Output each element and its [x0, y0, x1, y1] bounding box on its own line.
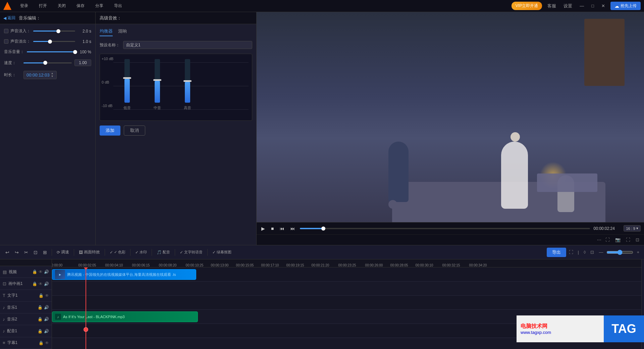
time-arrows[interactable]: ▲ ▼: [51, 72, 54, 78]
preset-input[interactable]: 自定义1: [123, 41, 252, 49]
fade-out-slider[interactable]: [33, 41, 75, 42]
speed-button[interactable]: ⟳ 调速: [55, 248, 71, 256]
menu-share[interactable]: 分享: [93, 2, 105, 10]
maximize-btn[interactable]: □: [589, 3, 596, 9]
back-button[interactable]: ◀ 返回: [3, 15, 15, 21]
progress-bar[interactable]: [300, 228, 590, 229]
fullscreen-icon[interactable]: ⛶: [625, 237, 632, 243]
aspect-ratio-btn[interactable]: 16 : 9 ▾: [624, 225, 641, 232]
cut-point-icon[interactable]: |: [577, 249, 580, 255]
effects-tabs: 均衡器 混响: [100, 28, 252, 36]
speed-slider[interactable]: [23, 62, 72, 63]
fade-in-checkbox[interactable]: [4, 29, 8, 33]
vip-button[interactable]: VIP立即开通: [512, 2, 542, 10]
menu-close[interactable]: 关闭: [56, 2, 68, 10]
clip-video[interactable]: ▶ 腾讯视频 - 中国领先的在线视频媒体平台,海量高清视频在线观看 .ts: [52, 269, 196, 280]
video-lock-icon[interactable]: 🔒: [32, 269, 37, 274]
snapshot-icon[interactable]: 📷: [614, 237, 622, 243]
audio-button[interactable]: 🎵 配音: [155, 248, 172, 256]
zoom-in-icon[interactable]: +: [635, 249, 641, 255]
music1-audio-icon[interactable]: 🔊: [44, 305, 49, 310]
music2-lock-icon[interactable]: 🔒: [38, 317, 43, 321]
subtitle1-lock-icon[interactable]: 🔒: [39, 341, 44, 345]
track-row-canvas1: [52, 282, 641, 296]
speed-input[interactable]: 1.00: [74, 59, 91, 66]
watermark: 电脑技术网 www.tagxp.com TAG: [517, 315, 644, 342]
video-eye-icon[interactable]: 👁: [39, 269, 43, 274]
eq-bar-low[interactable]: [124, 59, 130, 103]
text1-eye-icon[interactable]: 👁: [45, 293, 49, 298]
audio1-audio-icon[interactable]: 🔊: [44, 329, 49, 334]
eq-handle-high[interactable]: [183, 80, 192, 82]
cancel-button[interactable]: 取消: [124, 126, 145, 136]
add-button[interactable]: 添加: [100, 126, 120, 136]
time-down-arrow[interactable]: ▼: [51, 75, 54, 78]
fade-out-checkbox[interactable]: [4, 39, 8, 44]
minimize-btn[interactable]: —: [578, 3, 586, 9]
prev-frame-button[interactable]: ⏮: [278, 225, 286, 232]
close-btn[interactable]: ✕: [599, 3, 607, 9]
left-panel-header: ◀ 返回 音乐编辑：: [0, 12, 95, 24]
export-button[interactable]: 导出: [547, 248, 566, 257]
eq-handle-low[interactable]: [123, 77, 131, 79]
fit-screen-icon[interactable]: ⛶: [604, 237, 611, 243]
eq-handle-mid[interactable]: [153, 79, 161, 81]
volume-slider[interactable]: [27, 51, 75, 52]
more-options-btn[interactable]: ···: [597, 237, 601, 243]
screencap-button[interactable]: 🖼 画面特效: [77, 248, 102, 256]
cut-button[interactable]: ✂: [22, 248, 30, 256]
zoom-out-icon[interactable]: —: [597, 249, 604, 255]
music2-audio-icon[interactable]: 🔊: [44, 317, 49, 321]
ruler-mark-8: 00:00:17:10: [261, 263, 279, 267]
split-button[interactable]: ⊞: [41, 248, 49, 256]
greenscreen-button[interactable]: ✓ 绿幕抠图: [210, 248, 233, 256]
eq-bar-mid[interactable]: [155, 59, 160, 103]
layout-icon[interactable]: ⊡: [589, 249, 595, 255]
stop-button[interactable]: ■: [270, 225, 275, 232]
video-audio-icon[interactable]: 🔊: [44, 269, 49, 274]
canvas1-audio-icon[interactable]: 🔊: [44, 282, 49, 286]
audio1-lock-icon[interactable]: 🔒: [38, 329, 43, 334]
canvas1-lock-icon[interactable]: 🔒: [32, 282, 37, 286]
track-name-canvas1: 画中画1: [8, 281, 30, 287]
tab-equalizer[interactable]: 均衡器: [100, 28, 113, 36]
time-up-arrow[interactable]: ▲: [51, 72, 54, 75]
eq-band-low: 低音: [123, 59, 131, 110]
pip-icon[interactable]: ⊡: [634, 237, 641, 243]
menu-login[interactable]: 登录: [18, 2, 30, 10]
playhead-dot-music: [84, 327, 88, 332]
fade-in-slider[interactable]: [33, 31, 75, 32]
marker-icon[interactable]: ◊: [582, 249, 587, 255]
scissors-icon: ✂: [24, 250, 28, 255]
upload-button[interactable]: ☁ 抢先上传: [610, 2, 641, 10]
customer-service-btn[interactable]: 客服: [545, 2, 558, 10]
duration-display: 00:00:12:03 ▲ ▼: [23, 71, 57, 79]
eq-bar-high[interactable]: [185, 59, 190, 103]
zoom-slider[interactable]: [606, 250, 633, 255]
canvas1-eye-icon[interactable]: 👁: [39, 282, 43, 286]
clip-music1[interactable]: ♪ As If It's Your Last - BLACKPINK.mp3: [52, 311, 198, 322]
play-button[interactable]: ▶: [260, 225, 266, 232]
speed-row: 速度： 1.00: [4, 59, 91, 66]
next-frame-button[interactable]: ⏭: [289, 225, 297, 232]
menu-open[interactable]: 打开: [37, 2, 49, 10]
delete-button[interactable]: ⊡: [32, 248, 40, 256]
clip-thumb: ▶: [55, 270, 65, 279]
separator-4: [130, 249, 130, 256]
text-track-icon: T: [3, 293, 5, 298]
ruler-mark-3: 00:00:06:15: [132, 263, 150, 267]
menu-save[interactable]: 保存: [74, 2, 87, 10]
music1-lock-icon[interactable]: 🔒: [38, 305, 43, 310]
settings-btn[interactable]: 设置: [561, 2, 574, 10]
color-button[interactable]: ✓ ✓ 色彩: [108, 248, 127, 256]
undo-button[interactable]: ↩: [3, 248, 11, 256]
watermark-button[interactable]: ✓ 水印: [133, 248, 149, 256]
redo-button[interactable]: ↪: [13, 248, 21, 256]
text1-lock-icon[interactable]: 🔒: [39, 293, 44, 298]
tab-reverb[interactable]: 混响: [118, 28, 127, 36]
menu-export[interactable]: 导出: [112, 2, 124, 10]
subtitle1-eye-icon[interactable]: 👁: [45, 341, 49, 345]
zoom-fit-icon[interactable]: ⛶: [568, 249, 575, 255]
tts-button[interactable]: ✓ 文字转语音: [178, 248, 205, 256]
ruler-mark-13: 00:00:28:05: [390, 263, 408, 267]
